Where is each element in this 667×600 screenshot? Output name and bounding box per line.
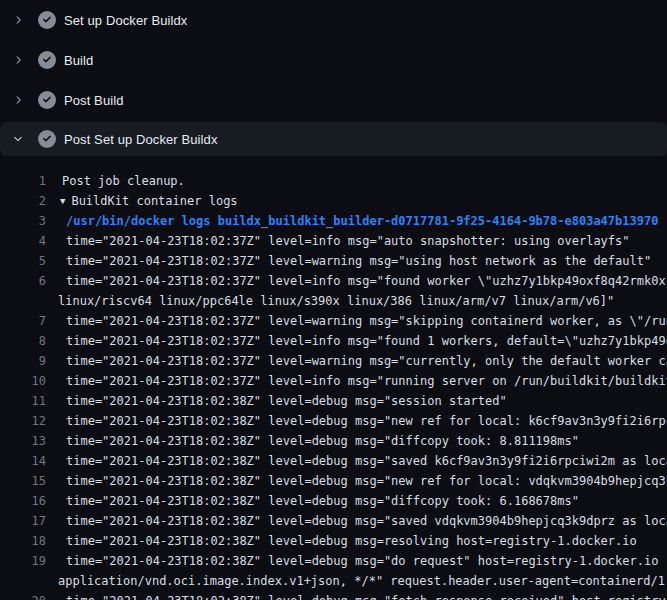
log-line-continuation: linux/riscv64 linux/ppc64le linux/s390x … (0, 291, 667, 311)
log-line-text: Post job cleanup. (62, 171, 185, 191)
log-line-text: time="2021-04-23T18:02:37Z" level=info m… (66, 331, 667, 351)
chevron-down-icon (12, 132, 24, 146)
log-line-number[interactable]: 4 (0, 231, 46, 251)
log-line: 20time="2021-04-23T18:02:38Z" level=debu… (0, 591, 667, 600)
log-line-number[interactable]: 14 (0, 451, 46, 471)
log-line: 13time="2021-04-23T18:02:38Z" level=debu… (0, 431, 667, 451)
log-line-number[interactable]: 16 (0, 491, 46, 511)
log-line-text: linux/riscv64 linux/ppc64le linux/s390x … (58, 291, 614, 311)
log-line: 15time="2021-04-23T18:02:38Z" level=debu… (0, 471, 667, 491)
log-line-continuation: application/vnd.oci.image.index.v1+json,… (0, 571, 667, 591)
log-line: 14time="2021-04-23T18:02:38Z" level=debu… (0, 451, 667, 471)
log-line-number[interactable]: 3 (0, 211, 46, 231)
chevron-right-icon (12, 13, 24, 27)
log-line-text: time="2021-04-23T18:02:38Z" level=debug … (66, 391, 507, 411)
log-line: 19time="2021-04-23T18:02:38Z" level=debu… (0, 551, 667, 571)
log-line-number[interactable]: 15 (0, 471, 46, 491)
check-circle-icon (38, 11, 56, 29)
log-line: 6time="2021-04-23T18:02:37Z" level=info … (0, 271, 667, 291)
group-collapse-triangle-icon[interactable]: ▼ (60, 191, 65, 211)
log-line: 8time="2021-04-23T18:02:37Z" level=info … (0, 331, 667, 351)
log-line-text: application/vnd.oci.image.index.v1+json,… (58, 571, 667, 591)
log-line: 3/usr/bin/docker logs buildx_buildkit_bu… (0, 211, 667, 231)
log-group-header[interactable]: ▼BuildKit container logs (60, 191, 238, 211)
step-section-label: Post Set up Docker Buildx (64, 132, 218, 147)
log-line-number[interactable]: 17 (0, 511, 46, 531)
log-line-number[interactable]: 13 (0, 431, 46, 451)
log-line-text: time="2021-04-23T18:02:38Z" level=debug … (66, 451, 667, 471)
log-line: 12time="2021-04-23T18:02:38Z" level=debu… (0, 411, 667, 431)
log-line: 2▼BuildKit container logs (0, 191, 667, 211)
log-line-text: time="2021-04-23T18:02:37Z" level=info m… (66, 371, 667, 391)
chevron-right-icon (12, 53, 24, 67)
log-line: 18time="2021-04-23T18:02:38Z" level=debu… (0, 531, 667, 551)
log-line-number[interactable]: 18 (0, 531, 46, 551)
step-section-build[interactable]: Build (0, 40, 667, 80)
log-line: 7time="2021-04-23T18:02:37Z" level=warni… (0, 311, 667, 331)
log-line-text: time="2021-04-23T18:02:37Z" level=warnin… (66, 311, 667, 331)
log-line-number[interactable]: 12 (0, 411, 46, 431)
log-line-text: time="2021-04-23T18:02:38Z" level=debug … (66, 551, 667, 571)
check-circle-icon (38, 130, 56, 148)
log-line: 17time="2021-04-23T18:02:38Z" level=debu… (0, 511, 667, 531)
log-line: 9time="2021-04-23T18:02:37Z" level=warni… (0, 351, 667, 371)
check-circle-icon (38, 91, 56, 109)
log-line-text: time="2021-04-23T18:02:38Z" level=debug … (66, 431, 579, 451)
steps-list: Set up Docker Buildx Build Post Build Po… (0, 0, 667, 156)
log-line: 1Post job cleanup. (0, 171, 667, 191)
log-line: 4time="2021-04-23T18:02:37Z" level=info … (0, 231, 667, 251)
step-section-set-up-docker-buildx[interactable]: Set up Docker Buildx (0, 0, 667, 40)
log-line-text: time="2021-04-23T18:02:37Z" level=info m… (66, 231, 630, 251)
log-line-text: time="2021-04-23T18:02:37Z" level=info m… (66, 271, 667, 291)
log-line-number[interactable]: 7 (0, 311, 46, 331)
check-circle-icon (38, 51, 56, 69)
log-line-text: time="2021-04-23T18:02:37Z" level=warnin… (66, 251, 651, 271)
step-section-post-build[interactable]: Post Build (0, 80, 667, 120)
log-line-text: time="2021-04-23T18:02:38Z" level=debug … (66, 531, 637, 551)
log-line-number[interactable]: 20 (0, 591, 46, 600)
step-section-label: Build (64, 53, 93, 68)
log-line-number[interactable]: 19 (0, 551, 46, 571)
log-command-text: /usr/bin/docker logs buildx_buildkit_bui… (66, 211, 658, 231)
log-line-text: time="2021-04-23T18:02:38Z" level=debug … (66, 491, 579, 511)
log-line-text: time="2021-04-23T18:02:38Z" level=debug … (66, 591, 667, 600)
log-line-text: time="2021-04-23T18:02:38Z" level=debug … (66, 471, 667, 491)
log-line-number[interactable]: 2 (0, 191, 46, 211)
log-line-number[interactable]: 10 (0, 371, 46, 391)
log-line-number[interactable]: 5 (0, 251, 46, 271)
log-line-number[interactable]: 9 (0, 351, 46, 371)
log-line-number[interactable]: 1 (0, 171, 46, 191)
log-line-number[interactable]: 11 (0, 391, 46, 411)
step-section-post-set-up-docker-buildx[interactable]: Post Set up Docker Buildx (0, 122, 667, 156)
log-line-text: time="2021-04-23T18:02:38Z" level=debug … (66, 511, 667, 531)
log-line-text: time="2021-04-23T18:02:38Z" level=debug … (66, 411, 667, 431)
chevron-right-icon (12, 93, 24, 107)
step-section-label: Set up Docker Buildx (64, 13, 187, 28)
log-line-text: time="2021-04-23T18:02:37Z" level=warnin… (66, 351, 667, 371)
log-area: 1Post job cleanup.2▼BuildKit container l… (0, 157, 667, 600)
log-line: 11time="2021-04-23T18:02:38Z" level=debu… (0, 391, 667, 411)
log-line-number[interactable]: 8 (0, 331, 46, 351)
step-section-label: Post Build (64, 93, 124, 108)
group-label: BuildKit container logs (71, 194, 237, 208)
log-line: 16time="2021-04-23T18:02:38Z" level=debu… (0, 491, 667, 511)
log-line: 10time="2021-04-23T18:02:37Z" level=info… (0, 371, 667, 391)
log-line: 5time="2021-04-23T18:02:37Z" level=warni… (0, 251, 667, 271)
log-line-number[interactable]: 6 (0, 271, 46, 291)
